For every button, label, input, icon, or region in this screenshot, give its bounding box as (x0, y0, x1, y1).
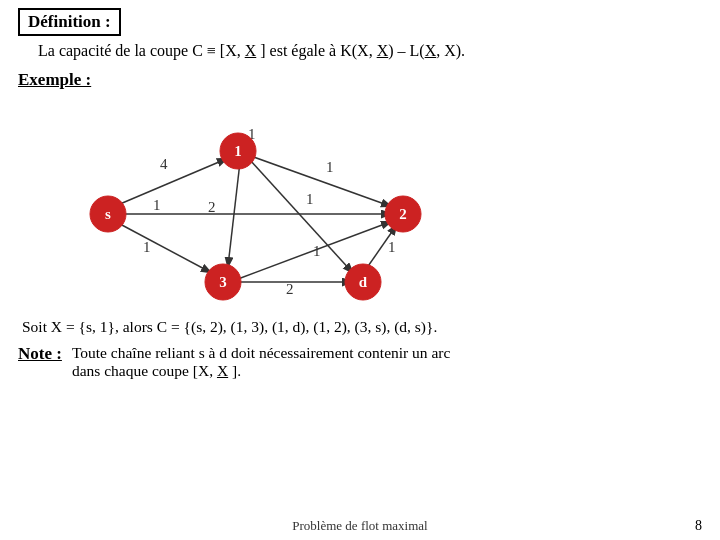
edge-label-s3: 1 (143, 239, 151, 255)
edge-label-d2: 1 (388, 239, 396, 255)
edge-label-13: 2 (208, 199, 216, 215)
edge-label-1d: 1 (306, 191, 314, 207)
svg-line-2 (120, 224, 210, 272)
note-label: Note : (18, 344, 62, 364)
definition-box: Définition : (18, 8, 121, 36)
node-d-label: d (359, 274, 368, 290)
edge-label-s2: 1 (153, 197, 161, 213)
edge-label-s1: 4 (160, 156, 168, 172)
graph-svg: 4 1 1 1 2 1 1 2 1 1 s 1 2 3 d (48, 94, 468, 314)
edge-label-32: 1 (313, 243, 321, 259)
definition-label: Définition : (28, 12, 111, 31)
edge-label-3d: 2 (286, 281, 294, 297)
footer: Problème de flot maximal (0, 518, 720, 534)
node-s-label: s (105, 206, 111, 222)
node-3-label: 3 (219, 274, 227, 290)
node-1-label: 1 (234, 143, 242, 159)
example-label: Exemple : (18, 70, 702, 90)
soit-line: Soit X = {s, 1}, alors C = {(s, 2), (1, … (22, 318, 702, 336)
edge-label-12: 1 (326, 159, 334, 175)
note-text: Toute chaîne reliant s à d doit nécessai… (72, 344, 702, 380)
page-number: 8 (695, 518, 702, 534)
footer-center: Problème de flot maximal (292, 518, 427, 534)
node-2-label: 2 (399, 206, 407, 222)
note-section: Note : Toute chaîne reliant s à d doit n… (18, 344, 702, 380)
graph-container: 4 1 1 1 2 1 1 2 1 1 s 1 2 3 d (48, 94, 468, 314)
svg-line-3 (251, 156, 390, 206)
capacity-line: La capacité de la coupe C ≡ [X, X ] est … (38, 42, 702, 60)
svg-line-0 (120, 159, 226, 204)
